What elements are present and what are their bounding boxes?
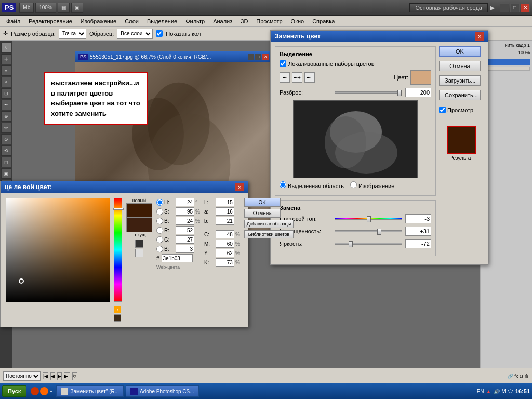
blue-radio[interactable] bbox=[156, 246, 163, 252]
small-swatch-light[interactable] bbox=[135, 249, 143, 257]
color-picker-title-bar[interactable]: це ле вой цвет: ✕ bbox=[1, 181, 248, 193]
arrows-icon[interactable]: » bbox=[49, 389, 52, 394]
taskbar-item-1[interactable]: Заменить цвет" (R... bbox=[56, 385, 124, 397]
color-picker-close-button[interactable]: ✕ bbox=[235, 183, 244, 191]
load-button[interactable]: Загрузить... bbox=[439, 75, 481, 86]
hue-vertical-handle[interactable] bbox=[113, 208, 124, 210]
maximize-button[interactable]: □ bbox=[510, 3, 520, 12]
tool-eyedropper[interactable]: ✒ bbox=[1, 100, 11, 110]
hue-thumb[interactable] bbox=[367, 216, 371, 222]
show-checkbox[interactable] bbox=[156, 30, 163, 37]
r-input[interactable] bbox=[176, 226, 194, 234]
play-button[interactable]: ▶ bbox=[57, 372, 62, 380]
eyedropper-tool-2[interactable]: ✒+ bbox=[292, 72, 302, 83]
localized-checkbox[interactable] bbox=[280, 60, 286, 67]
current-swatch[interactable] bbox=[126, 218, 152, 232]
hue-vertical-slider[interactable] bbox=[114, 198, 122, 302]
picker-ok-button[interactable]: OK bbox=[244, 198, 281, 207]
mode-select[interactable]: Постоянно bbox=[3, 371, 41, 381]
r-radio[interactable] bbox=[156, 227, 163, 234]
menu-edit[interactable]: Редактирование bbox=[24, 17, 76, 25]
hue-input[interactable] bbox=[405, 214, 431, 223]
l-input[interactable] bbox=[216, 198, 234, 206]
h-input[interactable] bbox=[176, 198, 194, 206]
tool-history[interactable]: ⟲ bbox=[1, 145, 11, 156]
minimize-button[interactable]: _ bbox=[500, 3, 509, 12]
firefox-icon[interactable] bbox=[40, 387, 48, 395]
step-back-button[interactable]: ◀ bbox=[50, 372, 55, 380]
blue-input[interactable] bbox=[176, 245, 194, 253]
doc-minimize[interactable]: _ bbox=[248, 54, 254, 60]
gamut-warning-icon[interactable]: ! bbox=[114, 306, 121, 313]
brightness-slider[interactable] bbox=[335, 243, 402, 245]
taskbar-notify-3[interactable]: M bbox=[502, 389, 506, 394]
size-select[interactable]: Точка bbox=[59, 29, 86, 39]
b2-input[interactable] bbox=[216, 217, 234, 225]
taskbar-notify-4[interactable]: 🛡 bbox=[508, 389, 513, 394]
hue-slider[interactable] bbox=[335, 218, 402, 220]
k-input[interactable] bbox=[216, 258, 234, 267]
ok-button[interactable]: OK bbox=[439, 46, 481, 57]
dispersion-slider[interactable] bbox=[335, 91, 402, 94]
tool-eraser[interactable]: ◻ bbox=[1, 157, 11, 167]
menu-select[interactable]: Выделение bbox=[143, 17, 181, 25]
picker-library-button[interactable]: Библиотеки цветов bbox=[244, 230, 294, 238]
s-radio[interactable] bbox=[156, 208, 163, 215]
gradient-handle[interactable] bbox=[19, 278, 24, 284]
tool-heal[interactable]: ⊕ bbox=[1, 111, 11, 122]
taskbar-notify-2[interactable]: 🔊 bbox=[494, 389, 500, 394]
save-button[interactable]: Сохранить... bbox=[439, 90, 481, 100]
menu-filter[interactable]: Фильтр bbox=[181, 17, 209, 25]
step-forward-button[interactable]: ▶| bbox=[64, 372, 70, 380]
zoom-button[interactable]: 100% bbox=[35, 3, 56, 13]
tool-select[interactable]: ↖ bbox=[1, 43, 11, 53]
dispersion-input[interactable]: 200 bbox=[405, 88, 431, 97]
color-gradient[interactable] bbox=[6, 198, 110, 302]
brightness-thumb[interactable] bbox=[349, 241, 353, 247]
color-swatch[interactable] bbox=[410, 70, 431, 85]
tool-crop[interactable]: ⊡ bbox=[1, 88, 11, 99]
g-radio[interactable] bbox=[156, 236, 163, 243]
close-button[interactable]: ✕ bbox=[521, 3, 530, 12]
prev-frame-button[interactable]: |◀ bbox=[43, 372, 48, 380]
picker-cancel-button[interactable]: Отмена bbox=[244, 209, 281, 218]
taskbar-item-2[interactable]: Adobe Photoshop CS... bbox=[126, 385, 199, 397]
mb-button[interactable]: Mb bbox=[19, 3, 34, 13]
y-input[interactable] bbox=[216, 249, 234, 257]
new-swatch[interactable] bbox=[126, 203, 152, 218]
saturation-thumb[interactable] bbox=[377, 229, 381, 235]
h-radio[interactable] bbox=[156, 199, 163, 206]
workspace-arrow[interactable]: ▶ bbox=[490, 4, 495, 11]
c-input[interactable] bbox=[216, 230, 234, 238]
gamut-swatch[interactable] bbox=[114, 314, 121, 322]
menu-file[interactable]: Файл bbox=[2, 17, 24, 25]
tool-move[interactable]: ✛ bbox=[1, 54, 11, 64]
tool-clone[interactable]: ⊙ bbox=[1, 134, 11, 144]
s-input[interactable] bbox=[176, 207, 194, 216]
a-input[interactable] bbox=[216, 207, 234, 216]
tool-lasso[interactable]: ⌖ bbox=[1, 65, 11, 76]
eyedropper-tool-1[interactable]: ✒ bbox=[280, 72, 290, 83]
cancel-button[interactable]: Отмена bbox=[439, 61, 481, 71]
menu-window[interactable]: Окно bbox=[287, 17, 309, 25]
picker-add-button[interactable]: Добавить в образцы bbox=[244, 220, 294, 228]
brightness-input[interactable] bbox=[405, 239, 431, 248]
hex-input[interactable] bbox=[162, 254, 193, 262]
loop-button[interactable]: ↻ bbox=[72, 372, 77, 380]
menu-3d[interactable]: 3D bbox=[236, 17, 252, 25]
tool-magic[interactable]: ✧ bbox=[1, 77, 11, 87]
saturation-input[interactable] bbox=[405, 227, 431, 236]
tool-brush[interactable]: ✏ bbox=[1, 123, 11, 133]
radio-image[interactable]: Изображение bbox=[350, 181, 394, 189]
replace-color-close-button[interactable]: ✕ bbox=[475, 32, 484, 41]
b-input[interactable] bbox=[176, 217, 194, 225]
replace-color-title-bar[interactable]: Заменить цвет ✕ bbox=[271, 31, 488, 42]
preview-checkbox[interactable] bbox=[439, 107, 446, 113]
start-button[interactable]: Пуск bbox=[2, 385, 26, 397]
menu-view[interactable]: Просмотр bbox=[252, 17, 286, 25]
menu-layers[interactable]: Слои bbox=[121, 17, 143, 25]
view-button[interactable]: ▦ bbox=[58, 3, 70, 13]
doc-maximize[interactable]: □ bbox=[255, 54, 261, 60]
saturation-slider[interactable] bbox=[335, 230, 402, 232]
extra-button[interactable]: ▣ bbox=[71, 3, 83, 13]
